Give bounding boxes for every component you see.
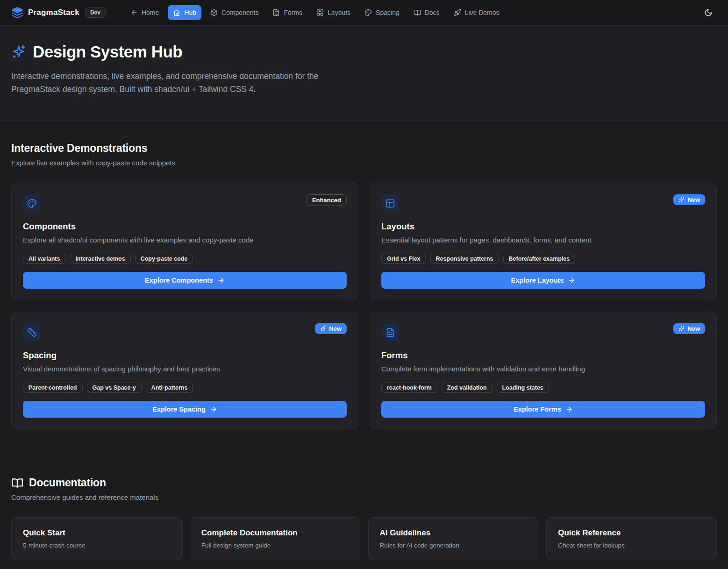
nav-item-home[interactable]: Home xyxy=(125,5,164,20)
tag-row: Parent-controlled Gap vs Space-y Anti-pa… xyxy=(23,383,347,393)
demos-heading: Interactive Demonstrations xyxy=(11,142,717,155)
tag: Loading states xyxy=(497,383,549,393)
card-description: Essential layout patterns for pages, das… xyxy=(381,236,705,244)
top-navbar: PragmaStack Dev Home Hub Components Form… xyxy=(0,0,728,26)
tag: Zod validation xyxy=(442,383,492,393)
button-label: Explore Components xyxy=(145,277,213,284)
file-text-icon xyxy=(381,323,399,341)
sparkles-icon xyxy=(678,326,685,332)
doc-card-title: Complete Documentation xyxy=(201,528,349,538)
doc-card-title: Quick Reference xyxy=(558,528,705,538)
card-title: Components xyxy=(23,221,347,232)
panel-top-icon xyxy=(381,194,399,212)
tag-row: Grid vs Flex Responsive patterns Before/… xyxy=(381,254,705,264)
demo-card-forms: New Forms Complete form implementations … xyxy=(370,312,717,429)
button-label: Explore Forms xyxy=(514,405,561,413)
doc-card-description: Rules for AI code generation xyxy=(380,542,527,549)
brand[interactable]: PragmaStack xyxy=(11,7,79,19)
tag: Parent-controlled xyxy=(23,383,83,393)
ruler-icon xyxy=(23,323,41,341)
new-badge: New xyxy=(315,323,347,334)
doc-card-title: AI Guidelines xyxy=(380,528,527,538)
card-description: Explore all shadcn/ui components with li… xyxy=(23,236,347,244)
tag-row: All variants Interactive demos Copy-past… xyxy=(23,254,347,264)
docs-heading: Documentation xyxy=(29,477,106,489)
nav-links: Home Hub Components Forms Layouts Spacin… xyxy=(125,5,505,20)
sparkles-icon xyxy=(11,44,26,59)
card-title: Forms xyxy=(381,350,705,361)
tag-row: react-hook-form Zod validation Loading s… xyxy=(381,383,705,393)
tag: Grid vs Flex xyxy=(381,254,426,264)
badge-label: New xyxy=(687,325,700,332)
explore-forms-button[interactable]: Explore Forms xyxy=(381,401,705,418)
nav-item-docs[interactable]: Docs xyxy=(408,5,445,20)
nav-item-layouts[interactable]: Layouts xyxy=(311,5,356,20)
demo-card-spacing: New Spacing Visual demonstrations of spa… xyxy=(11,312,358,429)
nav-item-label: Home xyxy=(142,9,159,16)
card-description: Complete form implementations with valid… xyxy=(381,365,705,373)
brand-name: PragmaStack xyxy=(28,8,79,17)
palette-icon xyxy=(364,9,372,16)
button-label: Explore Spacing xyxy=(152,405,206,413)
explore-layouts-button[interactable]: Explore Layouts xyxy=(381,272,705,289)
status-badge: Enhanced xyxy=(307,194,347,206)
doc-card-quick-reference[interactable]: Quick Reference Cheat sheet for lookups xyxy=(546,517,717,560)
book-open-icon xyxy=(414,9,421,16)
badge-label: New xyxy=(687,196,700,203)
card-description: Visual demonstrations of spacing philoso… xyxy=(23,365,347,373)
demo-card-components: Enhanced Components Explore all shadcn/u… xyxy=(11,183,358,300)
card-title: Layouts xyxy=(381,221,705,232)
doc-card-quick-start[interactable]: Quick Start 5-minute crash course xyxy=(11,517,182,560)
explore-spacing-button[interactable]: Explore Spacing xyxy=(23,401,347,418)
package-icon xyxy=(210,9,218,16)
arrow-right-icon xyxy=(568,277,575,284)
doc-card-title: Quick Start xyxy=(23,528,170,538)
hero-section: Design System Hub Interactive demonstrat… xyxy=(0,26,728,121)
doc-card-complete-documentation[interactable]: Complete Documentation Full design syste… xyxy=(190,517,360,560)
moon-icon xyxy=(704,8,713,17)
demo-card-layouts: New Layouts Essential layout patterns fo… xyxy=(370,183,717,300)
theme-toggle-button[interactable] xyxy=(700,4,717,21)
doc-card-description: Full design system guide xyxy=(201,542,349,549)
env-badge: Dev xyxy=(85,7,106,18)
layout-grid-icon xyxy=(316,9,324,16)
page-subtitle: Interactive demonstrations, live example… xyxy=(11,70,359,96)
rocket-icon xyxy=(454,9,461,16)
page-title: Design System Hub xyxy=(33,43,182,61)
nav-item-label: Layouts xyxy=(328,9,350,16)
sparkles-icon xyxy=(678,197,685,203)
main-content: Interactive Demonstrations Explore live … xyxy=(0,121,728,569)
nav-item-label: Hub xyxy=(184,9,196,16)
card-title: Spacing xyxy=(23,350,347,361)
nav-item-components[interactable]: Components xyxy=(205,5,264,20)
nav-item-label: Docs xyxy=(425,9,440,16)
arrow-right-icon xyxy=(565,405,573,413)
file-text-icon xyxy=(272,9,280,16)
doc-card-ai-guidelines[interactable]: AI Guidelines Rules for AI code generati… xyxy=(368,517,539,560)
docs-subheading: Comprehensive guides and reference mater… xyxy=(11,493,717,501)
tag: All variants xyxy=(23,254,65,264)
tag: Anti-patterns xyxy=(146,383,193,393)
nav-item-live-demos[interactable]: Live Demos xyxy=(449,5,505,20)
nav-item-spacing[interactable]: Spacing xyxy=(359,5,405,20)
tag: Before/after examples xyxy=(503,254,576,264)
arrow-right-icon xyxy=(210,405,217,413)
doc-card-description: 5-minute crash course xyxy=(23,542,170,549)
nav-item-label: Spacing xyxy=(376,9,400,16)
doc-card-description: Cheat sheet for lookups xyxy=(558,542,705,549)
explore-components-button[interactable]: Explore Components xyxy=(23,272,347,289)
nav-item-label: Components xyxy=(221,9,258,16)
nav-item-forms[interactable]: Forms xyxy=(267,5,307,20)
house-icon xyxy=(173,9,180,16)
tag: Interactive demos xyxy=(70,254,130,264)
palette-icon xyxy=(23,194,41,212)
book-open-icon xyxy=(11,477,23,489)
tag: Responsive patterns xyxy=(430,254,499,264)
nav-item-label: Live Demos xyxy=(465,9,500,16)
docs-section: Documentation Comprehensive guides and r… xyxy=(11,452,717,560)
nav-item-hub[interactable]: Hub xyxy=(168,5,201,20)
nav-item-label: Forms xyxy=(284,9,302,16)
arrow-right-icon xyxy=(217,277,225,284)
demos-subheading: Explore live examples with copy-paste co… xyxy=(11,159,717,167)
layers-logo-icon xyxy=(11,7,23,19)
